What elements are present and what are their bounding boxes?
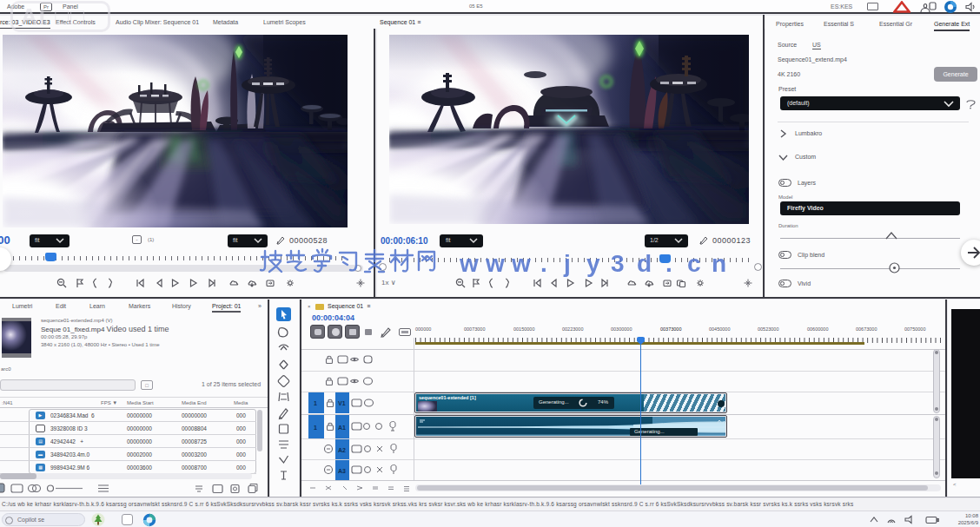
svg-text:.: . <box>665 250 672 277</box>
svg-text:w: w <box>485 250 505 277</box>
svg-text:.: . <box>540 250 547 277</box>
svg-text:c: c <box>687 250 701 277</box>
svg-text:w: w <box>459 250 479 277</box>
svg-text:A2: A2 <box>338 447 346 453</box>
svg-text:w: w <box>511 250 531 277</box>
svg-text:3: 3 <box>611 250 625 277</box>
svg-text:A1: A1 <box>338 425 346 431</box>
svg-text:d: d <box>637 250 652 277</box>
svg-text:1: 1 <box>314 400 317 406</box>
svg-text:j: j <box>563 250 571 277</box>
svg-text:V1: V1 <box>338 400 346 406</box>
svg-text:n: n <box>712 250 726 277</box>
svg-text:1: 1 <box>314 425 317 431</box>
svg-text:A3: A3 <box>338 468 346 474</box>
svg-text:y: y <box>586 250 600 277</box>
